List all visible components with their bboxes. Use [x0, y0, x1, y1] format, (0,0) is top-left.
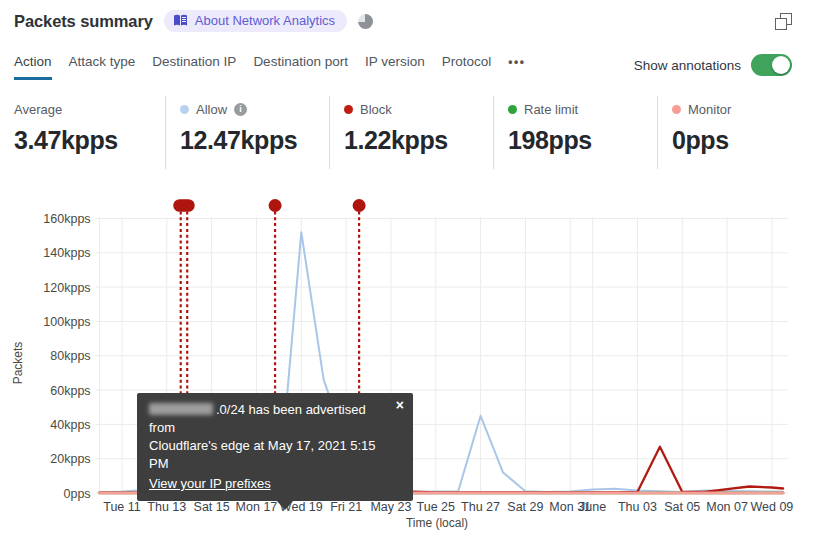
- y-tick-label: 60kpps: [50, 384, 90, 398]
- view-ip-prefixes-link[interactable]: View your IP prefixes: [149, 475, 271, 493]
- y-tick-label: 120kpps: [43, 281, 90, 295]
- x-tick-label: Tue 25: [417, 500, 456, 514]
- x-tick-label: June: [579, 500, 606, 514]
- x-tick-label: Tue 11: [103, 500, 141, 514]
- x-tick-label: Mon 07: [706, 500, 748, 514]
- x-tick-label: Fri 21: [330, 500, 362, 514]
- y-tick-label: 20kpps: [50, 452, 90, 466]
- y-axis-title: Packets: [11, 342, 25, 385]
- annotation-marker-pill[interactable]: [173, 199, 194, 212]
- y-tick-label: 80kpps: [50, 349, 90, 363]
- x-tick-label: Thu 13: [147, 500, 186, 514]
- redacted-ip-prefix: [149, 403, 213, 415]
- x-tick-label: Sat 05: [664, 500, 700, 514]
- tooltip-line1: .0/24 has been advertised from: [149, 401, 389, 437]
- x-tick-label: Mon 17: [236, 500, 278, 514]
- x-tick-label: Wed 09: [750, 500, 793, 514]
- annotation-tooltip: × .0/24 has been advertised from Cloudfl…: [137, 393, 413, 501]
- tooltip-close-icon[interactable]: ×: [396, 396, 404, 414]
- x-axis-title: Time (local): [406, 516, 468, 530]
- tooltip-pointer: [276, 500, 294, 510]
- x-tick-label: May 23: [370, 500, 411, 514]
- x-tick-label: Sat 15: [194, 500, 230, 514]
- y-tick-label: 160kpps: [43, 212, 90, 226]
- y-tick-label: 0pps: [63, 487, 90, 501]
- y-tick-label: 140kpps: [43, 246, 90, 260]
- x-tick-label: Sat 29: [507, 500, 543, 514]
- x-tick-label: Thu 27: [461, 500, 500, 514]
- y-tick-label: 100kpps: [43, 315, 90, 329]
- tooltip-line2: Cloudflare's edge at May 17, 2021 5:15 P…: [149, 437, 389, 473]
- annotation-marker-dot[interactable]: [269, 199, 282, 212]
- annotation-marker-dot[interactable]: [353, 199, 366, 212]
- y-tick-label: 40kpps: [50, 418, 90, 432]
- x-tick-label: Thu 03: [618, 500, 657, 514]
